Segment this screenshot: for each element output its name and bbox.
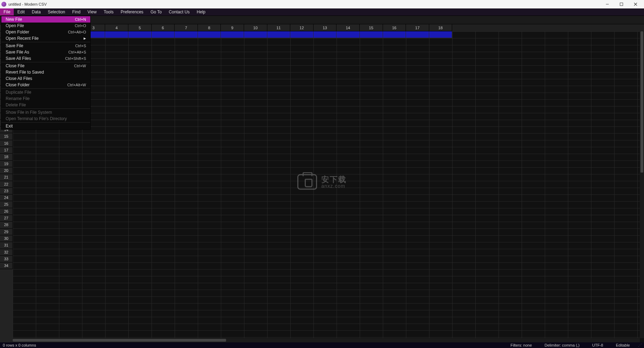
horizontal-scrollbar[interactable] xyxy=(13,338,640,342)
column-header[interactable]: 7 xyxy=(175,24,198,31)
row-header[interactable]: 22 xyxy=(0,181,13,188)
selected-cell[interactable] xyxy=(175,31,198,38)
horizontal-scroll-thumb[interactable] xyxy=(13,339,226,342)
vertical-scroll-thumb[interactable] xyxy=(640,31,643,173)
menu-item-label: Open Folder xyxy=(6,30,29,35)
menu-item-open-folder[interactable]: Open FolderCtrl+Alt+O xyxy=(1,29,90,35)
menu-file[interactable]: File xyxy=(0,8,14,15)
menu-contact-us[interactable]: Contact Us xyxy=(165,8,193,15)
menu-item-exit[interactable]: Exit xyxy=(1,123,90,129)
menu-item-close-all-files[interactable]: Close All Files xyxy=(1,75,90,82)
menu-separator xyxy=(1,88,90,89)
column-headers: 0123456789101112131415161718 xyxy=(13,24,644,31)
minimize-button[interactable] xyxy=(600,0,614,8)
menu-selection[interactable]: Selection xyxy=(44,8,68,15)
selected-cell[interactable] xyxy=(244,31,267,38)
spreadsheet-grid[interactable]: 0123456789101112131415161718 01234567891… xyxy=(0,24,644,342)
menu-go-to[interactable]: Go To xyxy=(147,8,165,15)
status-filters[interactable]: Filters: none xyxy=(504,343,539,347)
column-header[interactable]: 6 xyxy=(152,24,175,31)
menu-item-label: Close Folder xyxy=(6,82,30,87)
column-header[interactable]: 17 xyxy=(406,24,429,31)
vertical-scrollbar[interactable] xyxy=(640,31,644,338)
menu-item-show-file-in-file-system: Show File in File System xyxy=(1,109,90,116)
menu-tools[interactable]: Tools xyxy=(100,8,117,15)
selected-cell[interactable] xyxy=(128,31,152,38)
row-header[interactable]: 27 xyxy=(0,215,13,222)
selected-cell[interactable] xyxy=(314,31,337,38)
selected-cell[interactable] xyxy=(383,31,406,38)
row-header[interactable]: 18 xyxy=(0,154,13,160)
row-header[interactable]: 26 xyxy=(0,208,13,215)
column-header[interactable]: 11 xyxy=(267,24,291,31)
menu-item-save-file-as[interactable]: Save File AsCtrl+Alt+S xyxy=(1,49,90,55)
column-header[interactable]: 12 xyxy=(290,24,314,31)
menu-item-save-file[interactable]: Save FileCtrl+S xyxy=(1,43,90,49)
column-header[interactable]: 4 xyxy=(105,24,128,31)
workarea: 0123456789101112131415161718 01234567891… xyxy=(0,24,644,342)
resize-grip[interactable]: ⋰ xyxy=(636,343,641,348)
column-header[interactable]: 15 xyxy=(360,24,383,31)
selected-cell[interactable] xyxy=(360,31,383,38)
menu-data[interactable]: Data xyxy=(28,8,44,15)
row-header[interactable]: 23 xyxy=(0,188,13,194)
column-header[interactable]: 18 xyxy=(429,24,452,31)
column-header[interactable]: 8 xyxy=(198,24,221,31)
row-header[interactable]: 20 xyxy=(0,167,13,174)
column-header[interactable]: 9 xyxy=(221,24,244,31)
selected-cell[interactable] xyxy=(290,31,314,38)
row-header[interactable]: 30 xyxy=(0,235,13,242)
column-header[interactable]: 5 xyxy=(128,24,152,31)
menu-find[interactable]: Find xyxy=(69,8,84,15)
column-header[interactable]: 10 xyxy=(244,24,267,31)
status-mode[interactable]: Editable xyxy=(609,343,636,347)
cells-area[interactable] xyxy=(13,31,644,342)
row-header[interactable]: 33 xyxy=(0,256,13,262)
menu-item-close-folder[interactable]: Close FolderCtrl+Alt+W xyxy=(1,82,90,88)
menu-item-open-file[interactable]: Open FileCtrl+O xyxy=(1,23,90,29)
row-header[interactable]: 28 xyxy=(0,222,13,228)
menu-item-close-file[interactable]: Close FileCtrl+W xyxy=(1,63,90,69)
status-delimiter[interactable]: Delimiter: comma (,) xyxy=(538,343,586,347)
menu-item-new-file[interactable]: New FileCtrl+N xyxy=(1,16,90,23)
selected-cell[interactable] xyxy=(429,31,452,38)
row-header[interactable]: 21 xyxy=(0,174,13,181)
menu-separator xyxy=(1,122,90,123)
selected-cell[interactable] xyxy=(221,31,244,38)
maximize-button[interactable] xyxy=(614,0,628,8)
selected-cell[interactable] xyxy=(336,31,360,38)
close-button[interactable] xyxy=(628,0,643,8)
row-header[interactable]: 15 xyxy=(0,133,13,140)
row-header[interactable]: 25 xyxy=(0,201,13,208)
menu-separator xyxy=(1,108,90,109)
selected-row[interactable] xyxy=(13,31,644,38)
column-header[interactable]: 16 xyxy=(383,24,406,31)
row-header[interactable]: 17 xyxy=(0,147,13,154)
row-header[interactable]: 19 xyxy=(0,161,13,167)
row-header[interactable]: 16 xyxy=(0,140,13,147)
row-header[interactable]: 24 xyxy=(0,194,13,201)
row-header[interactable]: 32 xyxy=(0,249,13,256)
menu-item-label: Close File xyxy=(6,63,24,68)
menu-item-save-all-files[interactable]: Save All FilesCtrl+Shift+S xyxy=(1,55,90,62)
selected-cell[interactable] xyxy=(198,31,221,38)
selected-cell[interactable] xyxy=(267,31,291,38)
menu-view[interactable]: View xyxy=(84,8,100,15)
selected-cell[interactable] xyxy=(105,31,128,38)
selected-cell[interactable] xyxy=(152,31,175,38)
row-header[interactable]: 29 xyxy=(0,229,13,235)
menu-item-revert-file-to-saved[interactable]: Revert File to Saved xyxy=(1,69,90,75)
column-header[interactable]: 14 xyxy=(336,24,360,31)
menu-item-open-recent-file[interactable]: Open Recent File▶ xyxy=(1,35,90,42)
menu-item-label: Save File xyxy=(6,43,23,48)
menu-preferences[interactable]: Preferences xyxy=(117,8,147,15)
menu-edit[interactable]: Edit xyxy=(14,8,28,15)
selected-cell[interactable] xyxy=(406,31,429,38)
row-header[interactable]: 31 xyxy=(0,242,13,249)
row-header[interactable]: 34 xyxy=(0,262,13,269)
menu-item-label: Revert File to Saved xyxy=(6,70,44,75)
column-header[interactable]: 13 xyxy=(314,24,337,31)
status-encoding[interactable]: UTF-8 xyxy=(586,343,609,347)
menu-help[interactable]: Help xyxy=(193,8,209,15)
menu-item-shortcut: Ctrl+W xyxy=(74,64,86,68)
